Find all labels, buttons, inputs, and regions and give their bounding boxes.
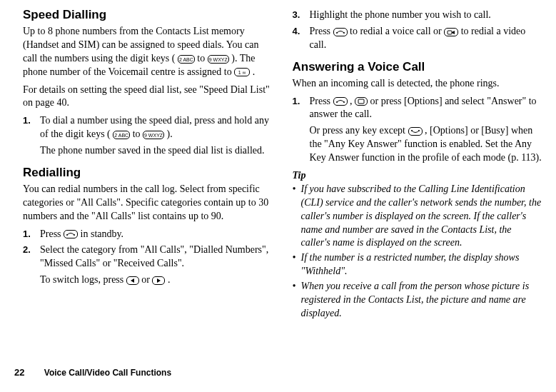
answer-step-1: 1. Press , or press [Options] and select… (293, 95, 542, 165)
svg-point-1 (74, 234, 75, 236)
step-number: 3. (293, 9, 300, 21)
video-call-key-icon (444, 28, 458, 36)
svg-point-9 (418, 130, 420, 131)
redial-step-1: 1. Press in standby. (23, 228, 273, 241)
right-arrow-key-icon (152, 276, 165, 285)
speed-steps: 1. To dial a number using the speed dial… (23, 114, 273, 158)
footer-title: Voice Call/Video Call Functions (44, 368, 171, 378)
call-key-icon (333, 28, 348, 36)
left-arrow-key-icon (126, 276, 139, 285)
page-number: 22 (14, 366, 24, 379)
tip-heading: Tip (293, 169, 542, 183)
end-key-icon (408, 127, 423, 136)
text: Press (310, 96, 333, 106)
svg-point-6 (343, 101, 345, 103)
text: Or press any key except (310, 125, 408, 136)
digit-9-key-icon: 9 WXYZ (208, 55, 229, 64)
text: ). (167, 129, 173, 139)
text: To switch logs, press (40, 274, 126, 285)
text: to (133, 129, 143, 139)
heading-speed-dialling: Speed Dialling (23, 7, 273, 24)
center-key-icon (355, 97, 368, 106)
call-key-icon (333, 97, 348, 106)
redial-step-4: 4. Press to redial a voice call or to re… (293, 25, 542, 52)
text: to (197, 53, 207, 64)
redial-para-1: You can redial numbers in the call log. … (23, 183, 273, 223)
svg-rect-4 (448, 31, 452, 34)
svg-point-3 (343, 32, 345, 34)
step-number: 1. (293, 95, 300, 108)
tip-item-3: When you receive a call from the person … (293, 280, 542, 321)
redial-steps-cont: 3. Highlight the phone number you wish t… (293, 9, 542, 52)
redial-step-2: 2. Select the category from "All Calls",… (23, 243, 273, 287)
tip-item-2: If the number is a restricted number, th… (293, 251, 542, 278)
text: Highlight the phone number you wish to c… (310, 9, 491, 20)
step-number: 2. (23, 243, 31, 256)
speed-para-1: Up to 8 phone numbers from the Contacts … (23, 25, 273, 79)
digit-2-key-icon: 2 ABC (178, 55, 195, 64)
svg-point-8 (411, 130, 413, 131)
tip-item-1: If you have subscribed to the Calling Li… (293, 183, 542, 250)
redial-step-3: 3. Highlight the phone number you wish t… (293, 9, 542, 22)
step-number: 4. (293, 25, 300, 38)
step-number: 1. (23, 114, 31, 127)
svg-point-5 (336, 101, 338, 103)
answer-step-1-sub: Or press any key except , [Options] or [… (310, 124, 542, 165)
text: . (253, 66, 256, 77)
call-key-icon (64, 230, 78, 238)
page-body: Speed Dialling Up to 8 phone numbers fro… (0, 0, 556, 361)
speed-step-1-sub: The phone number saved in the speed dial… (40, 144, 273, 158)
text: or (141, 274, 152, 285)
text: , (350, 96, 355, 106)
text: in standby. (81, 228, 124, 239)
text: Select the category from "All Calls", "D… (40, 244, 268, 268)
svg-rect-7 (358, 99, 364, 104)
redial-steps: 1. Press in standby. 2. Select the categ… (23, 228, 273, 288)
heading-redialling: Redialling (23, 165, 273, 181)
speed-para-2: For details on setting the speed dial li… (23, 84, 273, 111)
text: to redial a voice call or (350, 26, 444, 36)
page-footer: 22 Voice Call/Video Call Functions (0, 361, 556, 379)
redial-step-2-sub: To switch logs, press or . (40, 273, 273, 287)
answer-steps: 1. Press , or press [Options] and select… (293, 95, 542, 165)
digit-1-key-icon: 1 ∞ (234, 68, 250, 76)
step-number: 1. (23, 228, 31, 241)
text: . (168, 274, 171, 285)
speed-step-1: 1. To dial a number using the speed dial… (23, 114, 273, 158)
heading-answering: Answering a Voice Call (293, 59, 542, 76)
digit-2-key-icon: 2 ABC (113, 131, 130, 139)
svg-point-0 (66, 234, 68, 236)
svg-point-2 (336, 32, 338, 34)
left-column: Speed Dialling Up to 8 phone numbers fro… (23, 7, 283, 361)
digit-9-key-icon: 9 WXYZ (143, 131, 164, 139)
right-column: 3. Highlight the phone number you wish t… (283, 7, 542, 361)
text: Press (310, 26, 333, 36)
answer-para-1: When an incoming call is detected, the p… (293, 77, 542, 91)
text: Press (40, 228, 64, 239)
